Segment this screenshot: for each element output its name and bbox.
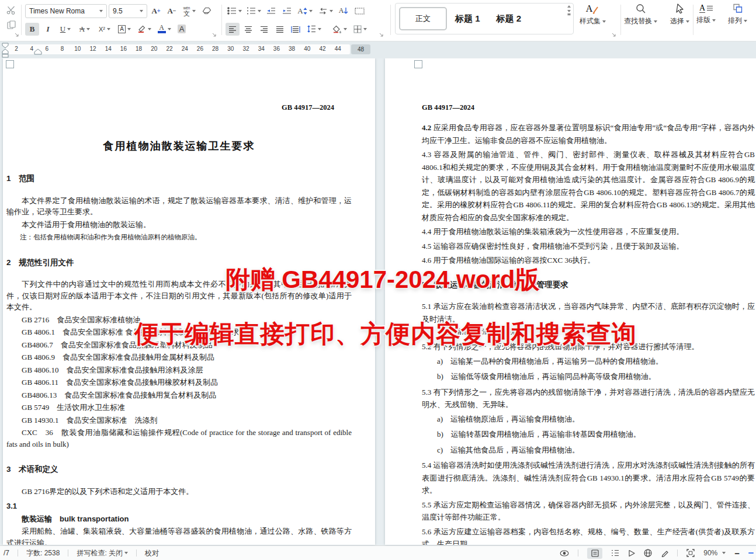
increase-indent-button[interactable] bbox=[280, 5, 294, 18]
zoom-out-button[interactable]: − bbox=[734, 548, 740, 558]
outline-view-button[interactable] bbox=[611, 549, 619, 556]
bold-button[interactable]: B bbox=[25, 23, 39, 36]
underline-button[interactable]: U bbox=[57, 23, 74, 36]
indent-marker-at-6[interactable] bbox=[34, 48, 42, 55]
decrease-font-button[interactable]: A− bbox=[165, 5, 179, 18]
page-indicator[interactable]: /7 bbox=[4, 549, 9, 557]
fullscreen-icon bbox=[686, 549, 695, 557]
play-presentation-button[interactable] bbox=[628, 549, 635, 557]
indent-icon bbox=[282, 7, 292, 15]
styles-dialog-launcher[interactable] bbox=[611, 32, 616, 37]
edit-pen-button[interactable] bbox=[661, 549, 668, 557]
clear-format-button[interactable] bbox=[200, 5, 214, 18]
page-view-icon bbox=[591, 549, 599, 557]
highlight-button[interactable] bbox=[135, 23, 154, 36]
page-view-button[interactable] bbox=[587, 548, 602, 559]
page-header: GB 44917—2024 bbox=[422, 103, 755, 112]
ruler-number: 2 bbox=[11, 46, 22, 52]
arrange-button[interactable]: 排列 bbox=[728, 4, 747, 26]
bullets-button[interactable] bbox=[226, 5, 243, 18]
document-page-right[interactable]: GB 44917—2024 4.2 应采用食品专用容器，应在容器外显著位置明显标… bbox=[385, 58, 756, 545]
font-color-button[interactable]: A bbox=[155, 23, 173, 36]
text-direction-button[interactable] bbox=[316, 5, 335, 18]
doc-paragraph: GB 4806.9 食品安全国家标准食品接触用金属材料及制品 bbox=[6, 352, 352, 363]
doc-paragraph: 本文件适用于食用植物油的散装运输。 bbox=[6, 219, 352, 231]
first-line-indent-marker[interactable] bbox=[2, 43, 9, 48]
superscript-button[interactable]: X² bbox=[95, 23, 114, 36]
ruler-number: 24 bbox=[179, 46, 190, 52]
align-center-button[interactable] bbox=[241, 23, 255, 36]
gallery-more-button[interactable] bbox=[567, 15, 571, 26]
font-size-select[interactable]: 9.5 bbox=[109, 4, 147, 18]
align-right-button[interactable] bbox=[257, 23, 271, 36]
shading-button[interactable] bbox=[330, 23, 349, 36]
status-bar: /7 字数: 2538 拼写检查: 关闭 校对 bbox=[0, 545, 756, 560]
gallery-scroll-down[interactable] bbox=[567, 10, 571, 12]
doc-paragraph: 散装运输 bulk transportation bbox=[6, 513, 352, 525]
character-border-button[interactable]: A bbox=[116, 23, 133, 36]
ruler-number: 44 bbox=[332, 46, 344, 52]
text-effects-button[interactable]: A bbox=[296, 5, 314, 18]
sort-button[interactable]: A bbox=[337, 5, 351, 18]
doc-paragraph: GB 5749 生活饮用水卫生标准 bbox=[6, 402, 352, 413]
horizontal-ruler[interactable]: 2468101214161820222426283032343638404244… bbox=[0, 41, 756, 58]
spell-check-button[interactable]: 拼写检查: 关闭 bbox=[77, 548, 128, 558]
protect-eye-button[interactable] bbox=[560, 550, 569, 556]
gallery-scroll-up[interactable] bbox=[567, 5, 571, 8]
doc-paragraph: a) 运输某一品种的食用植物油后，再运输另一品种的食用植物油。 bbox=[422, 355, 755, 368]
cut-button[interactable] bbox=[2, 4, 20, 16]
ribbon-toolbar: Times New Roma 9.5 A+ A− wén文 B I U A bbox=[0, 0, 756, 41]
paragraph-dialog-launcher[interactable] bbox=[379, 32, 384, 37]
phonetic-guide-button[interactable]: wén文 bbox=[181, 5, 198, 18]
borders-button[interactable] bbox=[351, 23, 369, 36]
document-area[interactable]: GB 44917—2024 食用植物油散装运输卫生要求 1 范围本文件界定了食用… bbox=[0, 58, 756, 546]
increase-font-button[interactable]: A+ bbox=[149, 5, 163, 18]
doc-paragraph: 4.5 运输容器应确保密封性良好，食用植物油不受到污染，且便于装卸及运输。 bbox=[422, 240, 755, 253]
doc-paragraph: GB4806.13 食品安全国家标准食品接触用复合材料及制品 bbox=[6, 389, 352, 401]
hanging-indent-marker[interactable] bbox=[2, 48, 9, 58]
font-name-select[interactable]: Times New Roma bbox=[25, 4, 107, 18]
margin-fold-marker[interactable] bbox=[414, 60, 422, 68]
line-spacing-button[interactable] bbox=[304, 23, 323, 36]
proofread-button[interactable]: 校对 bbox=[145, 548, 159, 558]
play-icon bbox=[628, 549, 635, 557]
strikethrough-button[interactable]: A bbox=[76, 23, 93, 36]
align-left-button[interactable] bbox=[226, 23, 240, 36]
document-page-left[interactable]: GB 44917—2024 食用植物油散装运输卫生要求 1 范围本文件界定了食用… bbox=[3, 58, 375, 545]
italic-button[interactable]: I bbox=[41, 23, 55, 36]
style-chip-selected[interactable]: 正文 bbox=[399, 7, 447, 30]
paste-button[interactable] bbox=[2, 19, 20, 32]
doc-paragraph: GB 2716界定的以及下列术语和定义适用于本文件。 bbox=[6, 486, 352, 498]
justify-button[interactable] bbox=[273, 23, 287, 36]
doc-paragraph: 4.4 用于食用植物油散装运输的集装箱液袋为一次性使用容器，不应重复使用。 bbox=[422, 225, 755, 238]
select-button[interactable]: 选择 bbox=[670, 4, 689, 26]
ruler-number: 40 bbox=[301, 46, 313, 52]
pen-icon bbox=[661, 549, 668, 557]
ruler-number: 26 bbox=[194, 46, 206, 52]
style-set-button[interactable]: A 样式集 bbox=[580, 4, 606, 26]
distribute-button[interactable] bbox=[289, 23, 303, 36]
decrease-indent-button[interactable] bbox=[264, 5, 278, 18]
margin-fold-marker[interactable] bbox=[6, 60, 14, 68]
clipboard-dialog-launcher[interactable] bbox=[14, 32, 19, 37]
ruler-number: 18 bbox=[133, 46, 145, 52]
character-shading-button[interactable]: A bbox=[175, 23, 189, 36]
bullet-list-icon bbox=[227, 7, 237, 15]
word-count[interactable]: 字数: 2538 bbox=[26, 548, 60, 558]
style-chip-item[interactable]: 标题 2 bbox=[488, 13, 530, 25]
paragraph-layout-button[interactable] bbox=[352, 5, 366, 18]
zoom-level[interactable]: 90% bbox=[703, 549, 726, 557]
distribute-icon bbox=[291, 26, 300, 33]
clipboard-group bbox=[2, 2, 20, 32]
fullscreen-button[interactable] bbox=[686, 549, 695, 557]
ruler-number: 32 bbox=[240, 46, 252, 52]
numbering-button[interactable] bbox=[245, 5, 262, 18]
find-replace-button[interactable]: 查找替换 bbox=[624, 4, 657, 26]
zoom-slider[interactable] bbox=[748, 552, 754, 554]
font-dialog-launcher[interactable] bbox=[211, 32, 217, 37]
outline-view-icon bbox=[611, 549, 619, 556]
style-chip-item[interactable]: 标题 1 bbox=[447, 13, 488, 25]
typeset-button[interactable]: A 排版 bbox=[696, 4, 716, 25]
chevron-down-icon bbox=[99, 10, 103, 12]
web-view-button[interactable] bbox=[644, 549, 652, 557]
